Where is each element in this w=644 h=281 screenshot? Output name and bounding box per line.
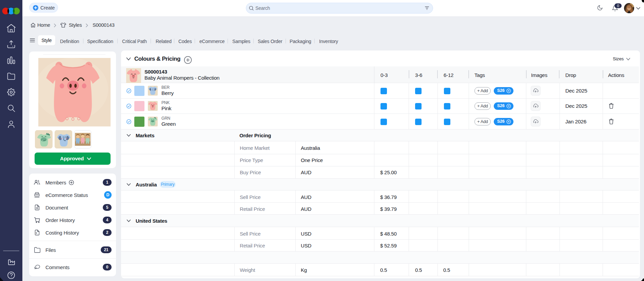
svg-text:$: $ — [36, 232, 37, 235]
